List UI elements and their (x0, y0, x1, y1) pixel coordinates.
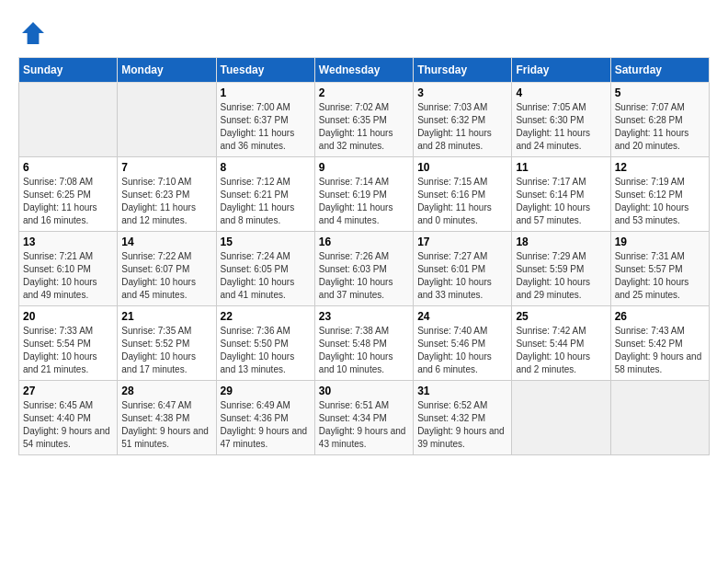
calendar-cell: 14Sunrise: 7:22 AM Sunset: 6:07 PM Dayli… (118, 232, 216, 306)
day-number: 22 (221, 310, 311, 323)
calendar-cell: 28Sunrise: 6:47 AM Sunset: 4:38 PM Dayli… (118, 381, 216, 455)
day-info: Sunrise: 7:05 AM Sunset: 6:30 PM Dayligh… (516, 101, 606, 153)
calendar-cell: 27Sunrise: 6:45 AM Sunset: 4:40 PM Dayli… (19, 381, 118, 455)
week-row-5: 27Sunrise: 6:45 AM Sunset: 4:40 PM Dayli… (19, 381, 710, 455)
calendar-cell: 10Sunrise: 7:15 AM Sunset: 6:16 PM Dayli… (414, 157, 512, 232)
day-number: 5 (615, 86, 705, 99)
day-info: Sunrise: 6:45 AM Sunset: 4:40 PM Dayligh… (23, 399, 113, 451)
day-info: Sunrise: 6:51 AM Sunset: 4:34 PM Dayligh… (319, 399, 409, 451)
week-row-3: 13Sunrise: 7:21 AM Sunset: 6:10 PM Dayli… (19, 232, 710, 306)
day-info: Sunrise: 7:08 AM Sunset: 6:25 PM Dayligh… (23, 176, 113, 227)
day-info: Sunrise: 7:07 AM Sunset: 6:28 PM Dayligh… (615, 101, 705, 153)
calendar-cell (610, 381, 709, 455)
day-number: 17 (417, 236, 507, 248)
day-number: 9 (319, 161, 409, 174)
day-number: 2 (319, 86, 409, 99)
day-number: 27 (23, 385, 113, 397)
day-info: Sunrise: 7:26 AM Sunset: 6:03 PM Dayligh… (319, 250, 409, 302)
weekday-header-monday: Monday (118, 58, 216, 83)
weekday-header-sunday: Sunday (19, 58, 118, 83)
day-number: 11 (516, 161, 606, 174)
day-number: 16 (319, 236, 409, 248)
calendar-cell: 29Sunrise: 6:49 AM Sunset: 4:36 PM Dayli… (216, 381, 314, 455)
day-info: Sunrise: 7:38 AM Sunset: 5:48 PM Dayligh… (319, 325, 409, 376)
calendar-cell: 30Sunrise: 6:51 AM Sunset: 4:34 PM Dayli… (314, 381, 413, 455)
calendar-cell: 17Sunrise: 7:27 AM Sunset: 6:01 PM Dayli… (414, 232, 512, 306)
day-info: Sunrise: 7:42 AM Sunset: 5:44 PM Dayligh… (516, 325, 606, 376)
day-number: 20 (23, 310, 113, 323)
calendar-cell: 21Sunrise: 7:35 AM Sunset: 5:52 PM Dayli… (118, 306, 216, 381)
svg-marker-0 (22, 22, 44, 44)
day-info: Sunrise: 7:33 AM Sunset: 5:54 PM Dayligh… (23, 325, 113, 376)
calendar-cell (118, 83, 216, 157)
calendar-cell (19, 83, 118, 157)
day-number: 21 (121, 310, 211, 323)
day-number: 7 (121, 161, 211, 174)
calendar-cell: 13Sunrise: 7:21 AM Sunset: 6:10 PM Dayli… (19, 232, 118, 306)
day-info: Sunrise: 7:03 AM Sunset: 6:32 PM Dayligh… (417, 101, 507, 153)
calendar-cell: 16Sunrise: 7:26 AM Sunset: 6:03 PM Dayli… (314, 232, 413, 306)
day-number: 1 (221, 86, 311, 99)
day-info: Sunrise: 7:24 AM Sunset: 6:05 PM Dayligh… (221, 250, 311, 302)
day-info: Sunrise: 7:31 AM Sunset: 5:57 PM Dayligh… (615, 250, 705, 302)
day-number: 3 (417, 86, 507, 99)
day-info: Sunrise: 7:17 AM Sunset: 6:14 PM Dayligh… (516, 176, 606, 227)
day-number: 8 (221, 161, 311, 174)
calendar-cell: 24Sunrise: 7:40 AM Sunset: 5:46 PM Dayli… (414, 306, 512, 381)
day-number: 15 (221, 236, 311, 248)
calendar-cell (512, 381, 610, 455)
calendar-cell: 12Sunrise: 7:19 AM Sunset: 6:12 PM Dayli… (610, 157, 709, 232)
day-info: Sunrise: 7:19 AM Sunset: 6:12 PM Dayligh… (615, 176, 705, 227)
day-number: 23 (319, 310, 409, 323)
calendar-cell: 9Sunrise: 7:14 AM Sunset: 6:19 PM Daylig… (314, 157, 413, 232)
day-info: Sunrise: 7:40 AM Sunset: 5:46 PM Dayligh… (417, 325, 507, 376)
calendar-cell: 19Sunrise: 7:31 AM Sunset: 5:57 PM Dayli… (610, 232, 709, 306)
calendar-cell: 1Sunrise: 7:00 AM Sunset: 6:37 PM Daylig… (216, 83, 314, 157)
day-info: Sunrise: 6:52 AM Sunset: 4:32 PM Dayligh… (417, 399, 507, 451)
calendar-cell: 11Sunrise: 7:17 AM Sunset: 6:14 PM Dayli… (512, 157, 610, 232)
day-number: 10 (417, 161, 507, 174)
day-number: 25 (516, 310, 606, 323)
day-number: 19 (615, 236, 705, 248)
logo-icon (18, 18, 48, 48)
weekday-header-tuesday: Tuesday (216, 58, 314, 83)
day-number: 29 (221, 385, 311, 397)
weekday-header-wednesday: Wednesday (314, 58, 413, 83)
calendar-cell: 26Sunrise: 7:43 AM Sunset: 5:42 PM Dayli… (610, 306, 709, 381)
day-info: Sunrise: 7:14 AM Sunset: 6:19 PM Dayligh… (319, 176, 409, 227)
day-info: Sunrise: 7:21 AM Sunset: 6:10 PM Dayligh… (23, 250, 113, 302)
day-number: 30 (319, 385, 409, 397)
day-info: Sunrise: 7:00 AM Sunset: 6:37 PM Dayligh… (221, 101, 311, 153)
day-info: Sunrise: 7:10 AM Sunset: 6:23 PM Dayligh… (121, 176, 211, 227)
calendar-cell: 2Sunrise: 7:02 AM Sunset: 6:35 PM Daylig… (314, 83, 413, 157)
calendar-cell: 5Sunrise: 7:07 AM Sunset: 6:28 PM Daylig… (610, 83, 709, 157)
logo (18, 18, 51, 48)
day-info: Sunrise: 7:12 AM Sunset: 6:21 PM Dayligh… (221, 176, 311, 227)
day-info: Sunrise: 7:27 AM Sunset: 6:01 PM Dayligh… (417, 250, 507, 302)
day-info: Sunrise: 7:35 AM Sunset: 5:52 PM Dayligh… (121, 325, 211, 376)
week-row-1: 1Sunrise: 7:00 AM Sunset: 6:37 PM Daylig… (19, 83, 710, 157)
day-number: 4 (516, 86, 606, 99)
day-number: 18 (516, 236, 606, 248)
day-info: Sunrise: 7:29 AM Sunset: 5:59 PM Dayligh… (516, 250, 606, 302)
page-header (18, 18, 710, 48)
calendar-cell: 18Sunrise: 7:29 AM Sunset: 5:59 PM Dayli… (512, 232, 610, 306)
calendar-cell: 22Sunrise: 7:36 AM Sunset: 5:50 PM Dayli… (216, 306, 314, 381)
day-info: Sunrise: 7:36 AM Sunset: 5:50 PM Dayligh… (221, 325, 311, 376)
calendar-cell: 3Sunrise: 7:03 AM Sunset: 6:32 PM Daylig… (414, 83, 512, 157)
calendar-cell: 8Sunrise: 7:12 AM Sunset: 6:21 PM Daylig… (216, 157, 314, 232)
day-info: Sunrise: 6:47 AM Sunset: 4:38 PM Dayligh… (121, 399, 211, 451)
day-info: Sunrise: 7:02 AM Sunset: 6:35 PM Dayligh… (319, 101, 409, 153)
day-info: Sunrise: 7:43 AM Sunset: 5:42 PM Dayligh… (615, 325, 705, 376)
weekday-header-row: SundayMondayTuesdayWednesdayThursdayFrid… (19, 58, 710, 83)
day-number: 6 (23, 161, 113, 174)
weekday-header-thursday: Thursday (414, 58, 512, 83)
weekday-header-saturday: Saturday (610, 58, 709, 83)
calendar-table: SundayMondayTuesdayWednesdayThursdayFrid… (18, 57, 710, 455)
calendar-cell: 6Sunrise: 7:08 AM Sunset: 6:25 PM Daylig… (19, 157, 118, 232)
day-info: Sunrise: 7:15 AM Sunset: 6:16 PM Dayligh… (417, 176, 507, 227)
week-row-4: 20Sunrise: 7:33 AM Sunset: 5:54 PM Dayli… (19, 306, 710, 381)
day-number: 31 (417, 385, 507, 397)
day-number: 26 (615, 310, 705, 323)
calendar-cell: 23Sunrise: 7:38 AM Sunset: 5:48 PM Dayli… (314, 306, 413, 381)
